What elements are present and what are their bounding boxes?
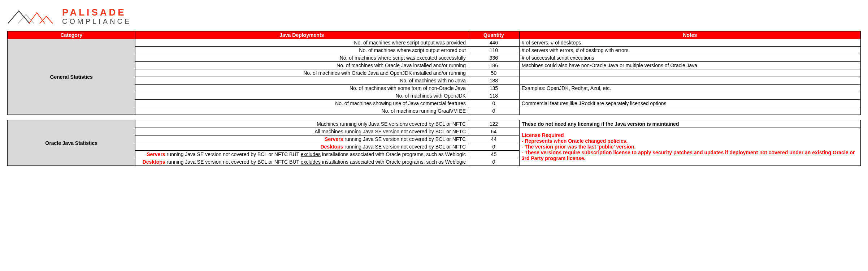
- cell-deploy: No. of machines with no Java: [135, 77, 468, 85]
- spacer: [7, 115, 861, 120]
- cell-deploy: All machines running Java SE version not…: [135, 128, 468, 136]
- cell-deploy: No. of machines where script was execute…: [135, 54, 468, 62]
- cell-notes: [519, 77, 860, 85]
- cell-qty: 446: [468, 39, 520, 47]
- cell-deploy: Servers running Java SE version not cove…: [135, 136, 468, 143]
- table-row: No. of machines where script output erro…: [8, 47, 861, 54]
- cell-qty: 50: [468, 69, 520, 77]
- table-row: No. of machines with Oracle Java install…: [8, 62, 861, 69]
- text: running Java SE version not covered by B…: [343, 144, 466, 150]
- brand-sub: COMPLIANCE: [62, 18, 131, 25]
- category-oracle: Oracle Java Statistics: [8, 120, 135, 166]
- cell-deploy: No. of machines where script output was …: [135, 39, 468, 47]
- hdr-category: Category: [8, 31, 135, 39]
- cell-deploy: Machines running only Java SE versions c…: [135, 120, 468, 128]
- cell-notes: Commercial features like JRockit are sep…: [519, 100, 860, 107]
- hdr-deployments: Java Deployments: [135, 31, 468, 39]
- servers-label: Servers: [325, 136, 343, 142]
- cell-qty: 0: [468, 158, 520, 166]
- cell-notes: # of successful script executions: [519, 54, 860, 62]
- header-row: Category Java Deployments Quantity Notes: [8, 31, 861, 39]
- hdr-quantity: Quantity: [468, 31, 520, 39]
- table-row: No. of machines with OpenJDK118: [8, 92, 861, 100]
- cell-deploy: Servers running Java SE version not cove…: [135, 151, 468, 158]
- brand-name: PALISADE: [62, 8, 131, 17]
- cell-notes: Machines could also have non-Oracle Java…: [519, 62, 860, 69]
- cell-notes: [519, 107, 860, 115]
- cell-deploy: No. of machines where script output erro…: [135, 47, 468, 54]
- cell-qty: 64: [468, 128, 520, 136]
- cell-deploy: No. of machines showing use of Java comm…: [135, 100, 468, 107]
- note-l3: - The version prior was the last 'public…: [522, 144, 636, 150]
- note-l2: - Represents when Oracle changed policie…: [522, 138, 628, 144]
- table-row: No. of machines with Oracle Java and Ope…: [8, 69, 861, 77]
- excludes-word: excludes: [301, 151, 321, 157]
- table-row: No. of machines running GraalVM EE0: [8, 107, 861, 115]
- table-row: No. of machines showing use of Java comm…: [8, 100, 861, 107]
- cell-notes: [519, 69, 860, 77]
- cell-qty: 336: [468, 54, 520, 62]
- general-statistics-table: Category Java Deployments Quantity Notes…: [7, 31, 861, 115]
- text: running Java SE version not covered by B…: [343, 136, 466, 142]
- table-row: All machines running Java SE version not…: [8, 128, 861, 136]
- servers-label: Servers: [147, 151, 165, 157]
- table-row: General Statistics No. of machines where…: [8, 39, 861, 47]
- cell-deploy: No. of machines with Oracle Java install…: [135, 62, 468, 69]
- cell-qty: 118: [468, 92, 520, 100]
- text: running Java SE version not covered by B…: [165, 151, 301, 157]
- cell-qty: 188: [468, 77, 520, 85]
- cell-qty: 0: [468, 107, 520, 115]
- cell-qty: 44: [468, 136, 520, 143]
- table-row: No. of machines with no Java188: [8, 77, 861, 85]
- license-required-note: License Required - Represents when Oracl…: [519, 128, 860, 166]
- cell-deploy: No. of machines with Oracle Java and Ope…: [135, 69, 468, 77]
- cell-qty: 45: [468, 151, 520, 158]
- cell-qty: 0: [468, 100, 520, 107]
- oracle-java-statistics-table: Oracle Java Statistics Machines running …: [7, 120, 861, 166]
- cell-deploy: No. of machines with some form of non-Or…: [135, 85, 468, 92]
- cell-deploy: No. of machines with OpenJDK: [135, 92, 468, 100]
- table-row: Oracle Java Statistics Machines running …: [8, 120, 861, 128]
- cell-deploy: No. of machines running GraalVM EE: [135, 107, 468, 115]
- cell-qty: 0: [468, 143, 520, 151]
- text: installations associated with Oracle pro…: [321, 151, 466, 157]
- excludes-word: excludes: [301, 159, 321, 165]
- cell-qty: 122: [468, 120, 520, 128]
- desktops-label: Desktops: [320, 144, 343, 150]
- table-row: No. of machines with some form of non-Or…: [8, 85, 861, 92]
- cell-notes: Examples: OpenJDK, Redhat, Azul, etc.: [519, 85, 860, 92]
- note-l1: License Required: [522, 132, 564, 138]
- note-l4: - These versions require subscription li…: [522, 150, 855, 161]
- desktops-label: Desktops: [143, 159, 165, 165]
- cell-deploy: Desktops running Java SE version not cov…: [135, 143, 468, 151]
- cell-qty: 186: [468, 62, 520, 69]
- cell-deploy: Desktops running Java SE version not cov…: [135, 158, 468, 166]
- text: running Java SE version not covered by B…: [165, 159, 301, 165]
- text: installations associated with Oracle pro…: [321, 159, 466, 165]
- cell-qty: 110: [468, 47, 520, 54]
- cell-notes: # of servers, # of desktops: [519, 39, 860, 47]
- cell-qty: 135: [468, 85, 520, 92]
- mountain-icon: [7, 7, 58, 25]
- table-row: No. of machines where script was execute…: [8, 54, 861, 62]
- category-general: General Statistics: [8, 39, 135, 115]
- hdr-notes: Notes: [519, 31, 860, 39]
- cell-notes: These do not need any licensing if the J…: [519, 120, 860, 128]
- cell-notes: [519, 92, 860, 100]
- cell-notes: # of servers with errors, # of desktop w…: [519, 47, 860, 54]
- brand-logo: PALISADE COMPLIANCE: [7, 7, 861, 25]
